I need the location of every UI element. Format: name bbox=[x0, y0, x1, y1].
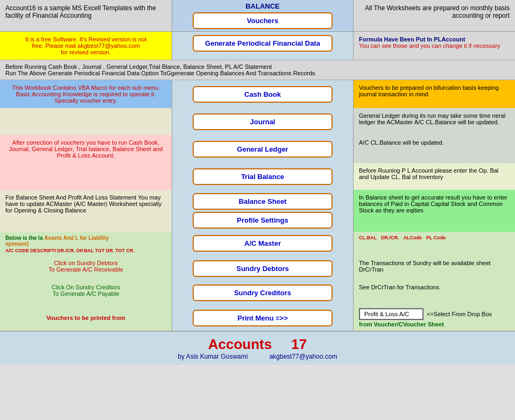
printmenu-left-text: Vouchers to be printed from bbox=[46, 315, 125, 321]
generalledger-row: After correction of vouchers you have to… bbox=[0, 135, 515, 163]
sundrycreditors-button[interactable]: Sundry Creditors bbox=[193, 284, 333, 301]
footer-accounts-text: Accounts bbox=[208, 336, 272, 352]
balancesheet-right-text: In Balance sheet to get accurate result … bbox=[359, 194, 507, 213]
acmaster-section: Below is the la Assets And L for Liabili… bbox=[0, 232, 515, 257]
sundrycreditors-right-text: See DrCrTran for Transacitons bbox=[359, 284, 510, 290]
notice-row: It is a free Software. It's Revised vers… bbox=[0, 32, 515, 60]
notice-center: Generate Periodical Financial Data bbox=[172, 32, 354, 60]
info-line1: Before Running Cash Book , Journal , Gen… bbox=[5, 63, 510, 70]
acmaster-col-headers2: CL.BAL DR./CR. ALCode PL Code bbox=[359, 235, 510, 240]
sundrydebtors-button[interactable]: Sundry Debtors bbox=[193, 260, 333, 277]
sundrycreditors-line2: To Generate A/C Payable bbox=[5, 290, 166, 297]
balance-label: BALANCE bbox=[174, 2, 351, 10]
journal-right: General Ledger during its run may take s… bbox=[354, 108, 515, 135]
journal-button[interactable]: Journal bbox=[193, 113, 333, 130]
printmenu-left: Vouchers to be printed from bbox=[0, 305, 172, 331]
acmaster-button[interactable]: A/C Master bbox=[193, 235, 333, 252]
acmaster-col-headers: A/C CODE DESCRIPTI DR./CR. OP.BAL TOT DR… bbox=[5, 248, 166, 253]
sundrydebtors-left: Click on Sundry Debtors To Generate A/C … bbox=[0, 257, 172, 281]
generalledger-right-text: A/C CL.Balance will be updated. bbox=[359, 139, 444, 146]
notice-left: It is a free Software. It's Revised vers… bbox=[0, 32, 172, 60]
trialbalance-right: Before Ruuning P L Account please enter … bbox=[354, 163, 515, 190]
trialbalance-right-text: Before Ruuning P L Account please enter … bbox=[359, 167, 498, 180]
notice-text: It is a free Software. It's Revised vers… bbox=[25, 36, 146, 55]
balancesheet-center: Balance Sheet Profile Settings bbox=[172, 190, 354, 232]
balancesheet-row: For Balance Sheet And Profit And Loss St… bbox=[0, 190, 515, 232]
profile-settings-button[interactable]: Profile Settings bbox=[193, 212, 333, 229]
info-text-row: Before Running Cash Book , Journal , Gen… bbox=[0, 60, 515, 80]
info-line2: Run The Above Generate Periodical Financ… bbox=[5, 70, 510, 76]
sundrydebtors-line2: To Generate A/C Receivable bbox=[5, 266, 166, 273]
vouchers-button[interactable]: Vouchers bbox=[193, 12, 333, 29]
sundrycreditors-center: Sundry Creditors bbox=[172, 281, 354, 305]
from-voucher-label: from Voucher/CVoucher Sheet bbox=[359, 321, 510, 328]
sundrycreditors-line1: Click On Sundry Creditors bbox=[5, 284, 166, 290]
cashbook-left: This Workbook Contains VBA Macro for eac… bbox=[0, 80, 172, 108]
trialbalance-left bbox=[0, 163, 172, 190]
sundrydebtors-center: Sundry Debtors bbox=[172, 257, 354, 281]
sundrydebtors-right-text: The Transactions of Sundry will be avail… bbox=[359, 260, 491, 273]
sundrydebtors-right: The Transactions of Sundry will be avail… bbox=[354, 257, 515, 281]
trialbalance-center: Trial Balance bbox=[172, 163, 354, 190]
profit-loss-input[interactable]: Profit & Loss A/C bbox=[359, 308, 424, 320]
footer-title: Accounts 17 bbox=[4, 336, 511, 353]
journal-right-text: General Ledger during its run may take s… bbox=[359, 112, 505, 125]
journal-left bbox=[0, 108, 172, 135]
printmenu-row: Vouchers to be printed from Print Menu =… bbox=[0, 305, 515, 331]
printmenu-button[interactable]: Print Menu =>> bbox=[193, 310, 333, 326]
acmaster-left: Below is the la Assets And L for Liabili… bbox=[0, 232, 172, 257]
journal-row: Journal General Ledger during its run ma… bbox=[0, 108, 515, 135]
sundrycreditors-left: Click On Sundry Creditors To Generate A/… bbox=[0, 281, 172, 305]
cashbook-center: Cash Book bbox=[172, 80, 354, 108]
header-right-description: All The Worksheets are prepared on month… bbox=[365, 4, 510, 19]
acmaster-right: CL.BAL DR./CR. ALCode PL Code bbox=[354, 232, 515, 257]
header-left-text: Account16 is a sample MS Excell Template… bbox=[0, 0, 172, 31]
footer-sub: by Asis Kumar Goswami akgbest77@yahoo.co… bbox=[4, 353, 511, 360]
notice-right: Formula Have Been Put In PLAccount You c… bbox=[354, 32, 515, 60]
footer-author: by Asis Kumar Goswami bbox=[178, 353, 248, 360]
generalledger-left-text: After correction of vouchers you have to… bbox=[5, 139, 166, 159]
header-right-text: All The Worksheets are prepared on month… bbox=[354, 0, 515, 31]
balancesheet-right: In Balance sheet to get accurate result … bbox=[354, 190, 515, 232]
balancesheet-left-text: For Balance Sheet And Profit And Loss St… bbox=[5, 194, 161, 213]
formula-title: Formula Have Been Put In PLAccount bbox=[359, 36, 510, 42]
cashbook-button[interactable]: Cash Book bbox=[193, 86, 333, 103]
journal-center: Journal bbox=[172, 108, 354, 135]
generalledger-button[interactable]: General Ledger bbox=[193, 141, 333, 158]
header-row: Account16 is a sample MS Excell Template… bbox=[0, 0, 515, 32]
trialbalance-row: Trial Balance Before Ruuning P L Account… bbox=[0, 163, 515, 190]
footer-email: akgbest77@yahoo.com bbox=[269, 353, 337, 360]
sundrycreditors-row: Click On Sundry Creditors To Generate A/… bbox=[0, 281, 515, 305]
cashbook-left-text: This Workbook Contains VBA Macro for eac… bbox=[5, 84, 166, 104]
printmenu-right: Profit & Loss A/C <=Select From Drop Box… bbox=[354, 305, 515, 331]
acmaster-center: A/C Master bbox=[172, 232, 354, 257]
generalledger-right: A/C CL.Balance will be updated. bbox=[354, 135, 515, 163]
balancesheet-left: For Balance Sheet And Profit And Loss St… bbox=[0, 190, 172, 232]
cashbook-right-text: Vouchers to be prepared on bifurcation b… bbox=[359, 84, 499, 97]
generalledger-left: After correction of vouchers you have to… bbox=[0, 135, 172, 163]
acmaster-left-xpenses: xpenses) bbox=[5, 241, 29, 247]
acmaster-left-assets: Assets And L for Liability bbox=[44, 235, 109, 241]
generate-periodical-button[interactable]: Generate Periodical Financial Data bbox=[193, 35, 333, 52]
formula-body: You can see those and you can change it … bbox=[359, 42, 510, 49]
acmaster-left-green: Below is the la bbox=[5, 235, 43, 241]
header-center: BALANCE Vouchers bbox=[172, 0, 354, 31]
header-left-description: Account16 is a sample MS Excell Template… bbox=[5, 4, 156, 19]
printmenu-center: Print Menu =>> bbox=[172, 305, 354, 331]
select-from-dropdown-label: <=Select From Drop Box bbox=[427, 311, 492, 317]
sundrycreditors-right: See DrCrTran for Transacitons bbox=[354, 281, 515, 305]
footer-number: 17 bbox=[291, 336, 307, 352]
sundrydebtors-line1: Click on Sundry Debtors bbox=[5, 260, 166, 266]
balancesheet-button[interactable]: Balance Sheet bbox=[193, 193, 333, 210]
cashbook-row: This Workbook Contains VBA Macro for eac… bbox=[0, 80, 515, 108]
cashbook-right: Vouchers to be prepared on bifurcation b… bbox=[354, 80, 515, 108]
generalledger-center: General Ledger bbox=[172, 135, 354, 163]
trialbalance-button[interactable]: Trial Balance bbox=[193, 168, 333, 185]
footer: Accounts 17 by Asis Kumar Goswami akgbes… bbox=[0, 331, 515, 365]
sundrydebtors-row: Click on Sundry Debtors To Generate A/C … bbox=[0, 257, 515, 281]
